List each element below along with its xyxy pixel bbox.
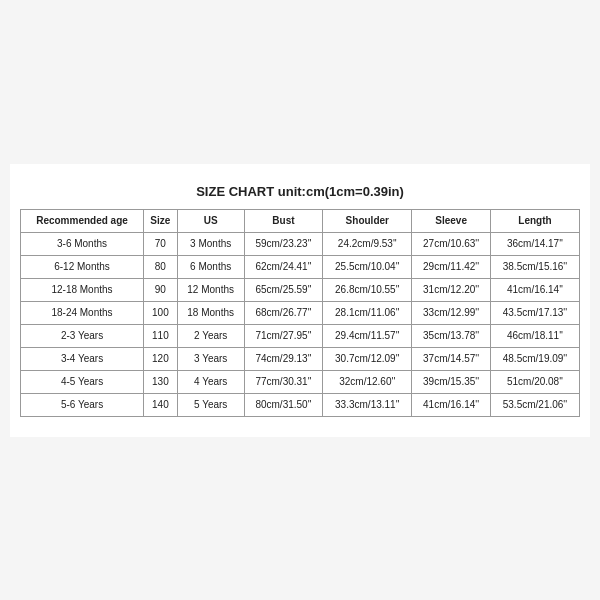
table-cell: 80 (144, 255, 178, 278)
table-cell: 46cm/18.11'' (490, 324, 579, 347)
table-cell: 28.1cm/11.06'' (323, 301, 412, 324)
column-header: Length (490, 209, 579, 232)
table-cell: 140 (144, 393, 178, 416)
size-table: Recommended ageSizeUSBustShoulderSleeveL… (20, 209, 580, 417)
table-cell: 18 Months (177, 301, 244, 324)
table-cell: 65cm/25.59'' (244, 278, 323, 301)
table-cell: 71cm/27.95'' (244, 324, 323, 347)
table-cell: 2 Years (177, 324, 244, 347)
table-cell: 3-6 Months (21, 232, 144, 255)
table-row: 4-5 Years1304 Years77cm/30.31''32cm/12.6… (21, 370, 580, 393)
chart-title: SIZE CHART unit:cm(1cm=0.39in) (20, 184, 580, 199)
table-cell: 80cm/31.50'' (244, 393, 323, 416)
table-row: 2-3 Years1102 Years71cm/27.95''29.4cm/11… (21, 324, 580, 347)
table-cell: 27cm/10.63'' (412, 232, 491, 255)
table-cell: 5-6 Years (21, 393, 144, 416)
table-cell: 2-3 Years (21, 324, 144, 347)
table-cell: 24.2cm/9.53'' (323, 232, 412, 255)
column-header: Sleeve (412, 209, 491, 232)
column-header: Size (144, 209, 178, 232)
table-row: 6-12 Months806 Months62cm/24.41''25.5cm/… (21, 255, 580, 278)
table-cell: 36cm/14.17'' (490, 232, 579, 255)
table-cell: 100 (144, 301, 178, 324)
table-cell: 38.5cm/15.16'' (490, 255, 579, 278)
table-cell: 43.5cm/17.13'' (490, 301, 579, 324)
table-cell: 6 Months (177, 255, 244, 278)
table-cell: 30.7cm/12.09'' (323, 347, 412, 370)
table-cell: 74cm/29.13'' (244, 347, 323, 370)
table-cell: 77cm/30.31'' (244, 370, 323, 393)
table-cell: 5 Years (177, 393, 244, 416)
table-cell: 18-24 Months (21, 301, 144, 324)
table-cell: 39cm/15.35'' (412, 370, 491, 393)
table-cell: 59cm/23.23'' (244, 232, 323, 255)
table-cell: 70 (144, 232, 178, 255)
table-cell: 29.4cm/11.57'' (323, 324, 412, 347)
table-cell: 12 Months (177, 278, 244, 301)
table-row: 12-18 Months9012 Months65cm/25.59''26.8c… (21, 278, 580, 301)
column-header: Shoulder (323, 209, 412, 232)
table-cell: 26.8cm/10.55'' (323, 278, 412, 301)
table-cell: 4 Years (177, 370, 244, 393)
table-cell: 6-12 Months (21, 255, 144, 278)
table-cell: 32cm/12.60'' (323, 370, 412, 393)
table-cell: 33.3cm/13.11'' (323, 393, 412, 416)
table-cell: 51cm/20.08'' (490, 370, 579, 393)
table-cell: 29cm/11.42'' (412, 255, 491, 278)
table-row: 3-4 Years1203 Years74cm/29.13''30.7cm/12… (21, 347, 580, 370)
table-row: 18-24 Months10018 Months68cm/26.77''28.1… (21, 301, 580, 324)
table-cell: 110 (144, 324, 178, 347)
table-row: 5-6 Years1405 Years80cm/31.50''33.3cm/13… (21, 393, 580, 416)
table-cell: 90 (144, 278, 178, 301)
table-cell: 53.5cm/21.06'' (490, 393, 579, 416)
size-chart-container: SIZE CHART unit:cm(1cm=0.39in) Recommend… (10, 164, 590, 437)
table-cell: 33cm/12.99'' (412, 301, 491, 324)
column-header: US (177, 209, 244, 232)
table-cell: 41cm/16.14'' (412, 393, 491, 416)
table-cell: 130 (144, 370, 178, 393)
table-body: 3-6 Months703 Months59cm/23.23''24.2cm/9… (21, 232, 580, 416)
table-cell: 37cm/14.57'' (412, 347, 491, 370)
table-cell: 120 (144, 347, 178, 370)
table-cell: 3 Months (177, 232, 244, 255)
table-cell: 4-5 Years (21, 370, 144, 393)
table-cell: 68cm/26.77'' (244, 301, 323, 324)
column-header: Recommended age (21, 209, 144, 232)
table-cell: 31cm/12.20'' (412, 278, 491, 301)
table-cell: 25.5cm/10.04'' (323, 255, 412, 278)
table-cell: 3 Years (177, 347, 244, 370)
table-cell: 41cm/16.14'' (490, 278, 579, 301)
table-row: 3-6 Months703 Months59cm/23.23''24.2cm/9… (21, 232, 580, 255)
table-cell: 12-18 Months (21, 278, 144, 301)
table-header-row: Recommended ageSizeUSBustShoulderSleeveL… (21, 209, 580, 232)
table-cell: 48.5cm/19.09'' (490, 347, 579, 370)
table-cell: 62cm/24.41'' (244, 255, 323, 278)
column-header: Bust (244, 209, 323, 232)
table-cell: 3-4 Years (21, 347, 144, 370)
table-cell: 35cm/13.78'' (412, 324, 491, 347)
